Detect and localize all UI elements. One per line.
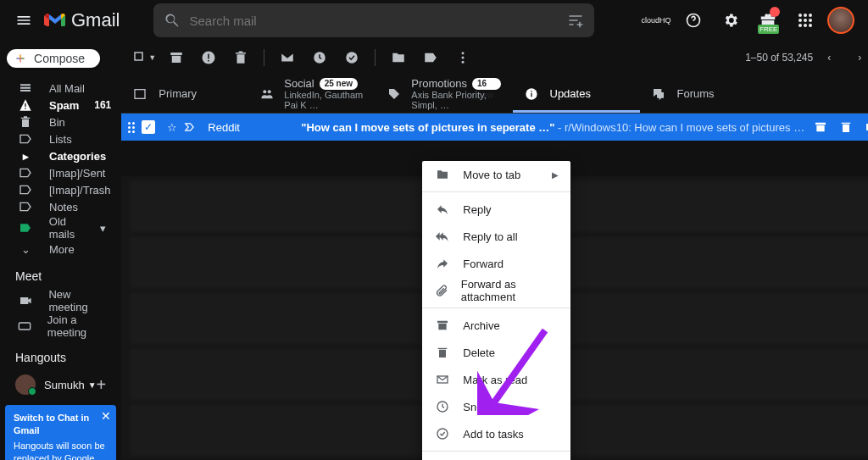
gmail-logo[interactable]: Gmail <box>44 9 120 31</box>
more-button[interactable] <box>448 43 477 72</box>
svg-rect-15 <box>209 60 210 62</box>
trash-icon <box>17 114 34 130</box>
move-to-button[interactable] <box>384 43 413 72</box>
spam-icon <box>17 97 34 114</box>
sidebar-item-bin[interactable]: Bin <box>0 114 121 130</box>
importance-marker[interactable] <box>184 121 196 133</box>
sidebar-item-imap-sent[interactable]: [Imap]/Sent <box>0 164 121 181</box>
compose-button[interactable]: Compose <box>7 49 100 68</box>
ctx-snooze[interactable]: Snooze <box>422 393 570 420</box>
inbox-icon <box>133 87 148 101</box>
svg-rect-27 <box>531 91 531 91</box>
drag-handle-icon[interactable] <box>128 122 135 133</box>
close-banner-button[interactable]: ✕ <box>101 408 111 425</box>
star-button[interactable]: ☆ <box>167 121 177 134</box>
hangouts-username: Sumukh <box>44 379 85 391</box>
google-apps-icon[interactable] <box>790 5 821 36</box>
labels-button[interactable] <box>416 43 445 72</box>
category-tabs: Primary Social25 newLinkedIn, Gautham Pa… <box>121 75 868 114</box>
ctx-delete[interactable]: Delete <box>422 339 570 366</box>
prev-page-button[interactable]: ‹ <box>815 43 843 72</box>
gmail-logo-text: Gmail <box>71 9 120 31</box>
clock-icon <box>434 398 451 415</box>
user-avatar <box>15 374 36 395</box>
ctx-forward[interactable]: Forward <box>422 250 570 277</box>
account-avatar[interactable] <box>827 7 854 34</box>
keyboard-icon <box>17 318 32 335</box>
sidebar-item-more[interactable]: ⌄More <box>0 241 121 258</box>
search-input[interactable] <box>189 14 567 28</box>
support-icon[interactable] <box>678 5 709 36</box>
svg-point-19 <box>462 57 465 59</box>
pagination-text: 1–50 of 53,245 <box>745 52 813 64</box>
label-icon <box>17 130 34 147</box>
svg-point-3 <box>809 14 812 17</box>
sidebar-item-spam[interactable]: Spam161 <box>0 97 121 114</box>
sidebar-item-categories[interactable]: ▸Categories <box>0 147 121 164</box>
chevron-down-icon: ⌄ <box>17 241 34 258</box>
new-meeting-button[interactable]: New meeting <box>0 288 121 313</box>
delete-button[interactable] <box>226 43 255 72</box>
tab-promotions[interactable]: Promotions16 newAxis Bank Priority, Simp… <box>376 75 512 113</box>
ctx-reply[interactable]: Reply <box>422 196 570 223</box>
email-row-selected[interactable]: ✓ ☆ Reddit "How can I move sets of pictu… <box>121 114 868 141</box>
ctx-archive[interactable]: Archive <box>422 312 570 339</box>
svg-rect-26 <box>531 92 531 97</box>
mark-read-button[interactable] <box>273 43 302 72</box>
ctx-reply-all[interactable]: Reply to all <box>422 223 570 250</box>
settings-icon[interactable] <box>715 5 746 36</box>
svg-point-1 <box>798 14 802 17</box>
info-icon <box>525 87 540 101</box>
search-bar[interactable] <box>153 3 594 37</box>
context-menu: Move to tab▶ Reply Reply to all Forward … <box>422 161 570 460</box>
compose-label: Compose <box>34 52 85 65</box>
join-meeting-button[interactable]: Join a meeting <box>0 313 121 339</box>
label-icon <box>17 181 34 198</box>
report-spam-button[interactable] <box>194 43 223 72</box>
tag-icon <box>387 87 401 101</box>
add-to-tasks-button[interactable] <box>337 43 366 72</box>
hangouts-user-row[interactable]: Sumukh ▼ + <box>0 369 121 400</box>
add-contact-button[interactable]: + <box>97 375 107 395</box>
sidebar-item-imap-trash[interactable]: [Imap]/Trash <box>0 181 121 198</box>
main-panel: ▼ 1–50 of 53,245 ‹ › ▼ Primary <box>121 41 868 460</box>
tab-primary[interactable]: Primary <box>121 75 248 113</box>
select-all-checkbox[interactable]: ▼ <box>130 43 159 72</box>
sidebar-item-all-mail[interactable]: All Mail <box>0 80 121 97</box>
search-icon <box>164 12 181 29</box>
ctx-move-to-tab[interactable]: Move to tab▶ <box>422 161 570 188</box>
chevron-down-icon[interactable]: ▼ <box>88 380 97 390</box>
label-icon <box>17 164 34 181</box>
ctx-add-tasks[interactable]: Add to tasks <box>422 420 570 447</box>
tab-social[interactable]: Social25 newLinkedIn, Gautham Pai K … <box>248 75 376 113</box>
svg-rect-10 <box>19 323 30 330</box>
ctx-move-to[interactable]: Move to▶ <box>422 455 570 460</box>
svg-rect-22 <box>135 89 145 98</box>
main-menu-button[interactable] <box>7 3 41 37</box>
search-options-icon[interactable] <box>567 12 584 29</box>
ctx-forward-attachment[interactable]: Forward as attachment <box>422 277 570 304</box>
row-archive-button[interactable] <box>811 118 830 136</box>
sidebar-item-notes[interactable]: Notes <box>0 198 121 215</box>
email-checkbox[interactable]: ✓ <box>142 120 155 134</box>
row-delete-button[interactable] <box>837 118 855 136</box>
chevron-down-icon[interactable]: ▾ <box>94 219 111 236</box>
offers-icon[interactable]: FREE <box>753 5 783 36</box>
row-mark-read-button[interactable] <box>862 118 868 136</box>
archive-button[interactable] <box>162 43 191 72</box>
tab-forums[interactable]: Forums <box>640 75 869 113</box>
tab-updates[interactable]: Updates <box>513 75 640 113</box>
cloudhq-icon[interactable]: cloudHQ <box>641 5 671 36</box>
ctx-mark-read[interactable]: Mark as read <box>422 366 570 393</box>
svg-rect-12 <box>135 53 142 60</box>
next-page-button[interactable]: › <box>845 43 868 72</box>
chat-switch-banner: ✕ Switch to Chat in Gmail Hangouts will … <box>5 405 116 460</box>
svg-point-9 <box>809 24 812 27</box>
people-icon <box>260 87 274 101</box>
task-icon <box>434 425 451 442</box>
app-header: Gmail cloudHQ FREE <box>0 0 868 41</box>
sidebar-item-old-mails[interactable]: Old mails▾ <box>0 215 121 241</box>
svg-point-31 <box>437 429 448 439</box>
sidebar-item-lists[interactable]: Lists <box>0 130 121 147</box>
snooze-button[interactable] <box>305 43 334 72</box>
